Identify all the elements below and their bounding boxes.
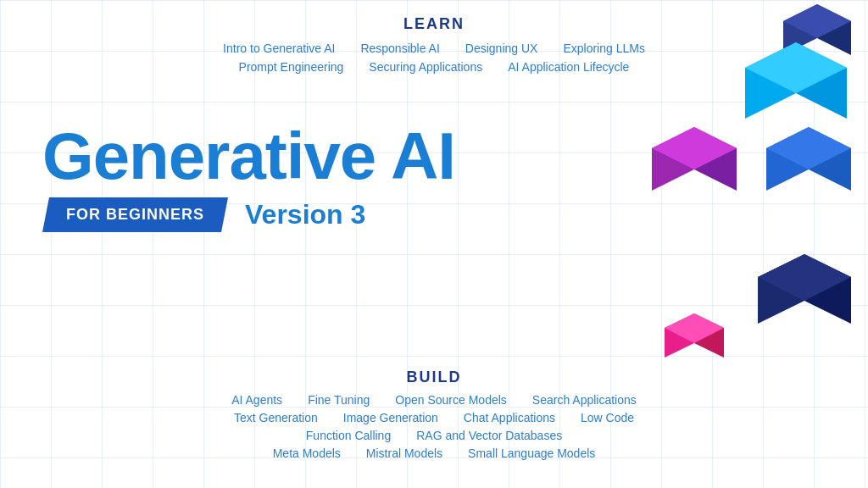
build-link-chat-apps[interactable]: Chat Applications (464, 411, 555, 424)
learn-link-securing[interactable]: Securing Applications (369, 60, 482, 74)
build-link-open-source[interactable]: Open Source Models (395, 393, 507, 407)
build-link-function-calling[interactable]: Function Calling (306, 429, 391, 442)
learn-link-ux[interactable]: Designing UX (465, 42, 538, 55)
build-link-small-lang[interactable]: Small Language Models (468, 446, 595, 460)
build-link-mistral[interactable]: Mistral Models (366, 446, 442, 460)
build-link-meta-models[interactable]: Meta Models (273, 446, 341, 460)
build-link-low-code[interactable]: Low Code (581, 411, 634, 424)
build-link-ai-agents[interactable]: AI Agents (231, 393, 282, 407)
hero-title: Generative AI (42, 123, 602, 189)
build-link-image-gen[interactable]: Image Generation (343, 411, 438, 424)
learn-link-prompt[interactable]: Prompt Engineering (239, 60, 344, 74)
build-row-1: AI Agents Fine Tuning Open Source Models… (0, 393, 868, 407)
cubes-decoration (597, 0, 868, 407)
build-link-rag[interactable]: RAG and Vector Databases (416, 429, 562, 442)
build-row-4: Meta Models Mistral Models Small Languag… (0, 446, 868, 460)
version-text: Version 3 (245, 199, 365, 230)
build-link-search-apps[interactable]: Search Applications (532, 393, 637, 407)
hero-area: Generative AI FOR BEGINNERS Version 3 (42, 123, 602, 232)
build-link-text-gen[interactable]: Text Generation (234, 411, 318, 424)
build-link-fine-tuning[interactable]: Fine Tuning (308, 393, 370, 407)
cubes-svg (597, 0, 868, 407)
learn-link-intro[interactable]: Intro to Generative AI (223, 42, 335, 55)
build-section: BUILD AI Agents Fine Tuning Open Source … (0, 369, 868, 464)
badge-row: FOR BEGINNERS Version 3 (42, 197, 602, 232)
for-beginners-badge: FOR BEGINNERS (42, 197, 228, 232)
build-title: BUILD (0, 369, 868, 386)
learn-link-responsible[interactable]: Responsible AI (360, 42, 439, 55)
build-row-2: Text Generation Image Generation Chat Ap… (0, 411, 868, 424)
build-row-3: Function Calling RAG and Vector Database… (0, 429, 868, 442)
